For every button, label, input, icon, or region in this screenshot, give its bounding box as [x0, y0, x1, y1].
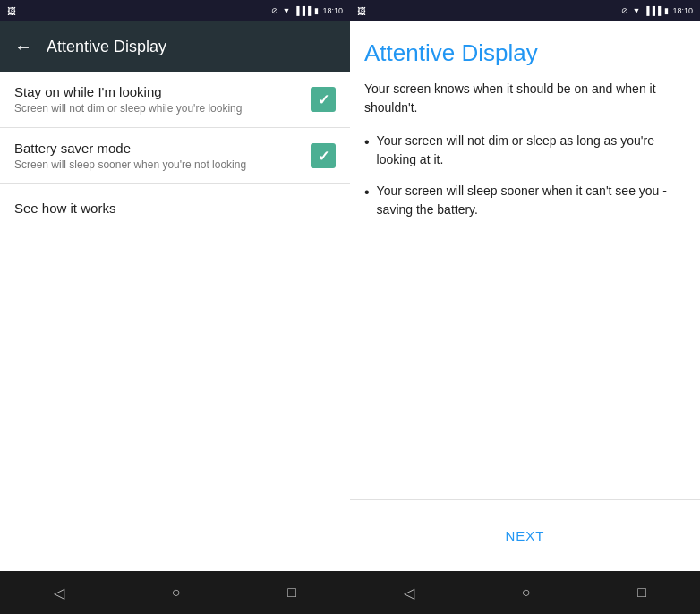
stay-on-text: Stay on while I'm looking Screen will no… [14, 84, 242, 115]
bullet-dot-2: • [364, 182, 370, 219]
home-nav-left[interactable]: ○ [172, 584, 181, 601]
battery-saver-checkbox[interactable] [311, 143, 336, 168]
home-nav-right[interactable]: ○ [522, 584, 531, 601]
bullet-item-2: • Your screen will sleep sooner when it … [364, 182, 686, 219]
stay-on-item[interactable]: Stay on while I'm looking Screen will no… [0, 72, 350, 128]
signal-icon: ▐▐▐ [294, 6, 311, 15]
stay-on-checkbox[interactable] [311, 87, 336, 112]
back-nav-right[interactable]: ◁ [404, 584, 414, 601]
wifi-icon-right: ▼ [632, 6, 640, 15]
no-disturb-icon-right: ⊘ [621, 6, 628, 15]
right-content: Attentive Display Your screen knows when… [350, 21, 700, 499]
image-icon-left: 🖼 [7, 6, 16, 16]
toolbar-title: Attentive Display [47, 38, 166, 56]
wifi-icon: ▼ [282, 6, 290, 15]
battery-saver-title: Battery saver mode [14, 141, 246, 156]
next-button[interactable]: NEXT [505, 528, 544, 543]
right-footer: NEXT [350, 499, 700, 571]
status-time-left: 18:10 [322, 6, 343, 15]
no-disturb-icon: ⊘ [271, 6, 278, 15]
stay-on-subtitle: Screen will not dim or sleep while you'r… [14, 102, 242, 115]
see-how-link[interactable]: See how it works [0, 184, 350, 232]
left-panel: 🖼 ⊘ ▼ ▐▐▐ ▮ 18:10 ← Attentive Display St… [0, 0, 350, 614]
status-icons-right-group: ⊘ ▼ ▐▐▐ ▮ 18:10 [621, 6, 693, 15]
status-bar-right: 🖼 ⊘ ▼ ▐▐▐ ▮ 18:10 [350, 0, 700, 21]
battery-saver-subtitle: Screen will sleep sooner when you're not… [14, 158, 246, 171]
battery-icon: ▮ [314, 6, 319, 15]
right-title: Attentive Display [364, 39, 686, 67]
stay-on-title: Stay on while I'm looking [14, 84, 242, 99]
image-icon-right: 🖼 [357, 6, 366, 16]
bottom-nav-left: ◁ ○ □ [0, 571, 350, 614]
bullet-text-2: Your screen will sleep sooner when it ca… [377, 182, 686, 219]
bullet-dot-1: • [364, 132, 370, 169]
status-bar-left: 🖼 ⊘ ▼ ▐▐▐ ▮ 18:10 [0, 0, 350, 21]
bullet-text-1: Your screen will not dim or sleep as lon… [377, 132, 686, 169]
right-panel: 🖼 ⊘ ▼ ▐▐▐ ▮ 18:10 Attentive Display Your… [350, 0, 700, 614]
toolbar: ← Attentive Display [0, 21, 350, 72]
battery-icon-right: ▮ [664, 6, 669, 15]
battery-saver-text: Battery saver mode Screen will sleep soo… [14, 141, 246, 171]
back-button[interactable]: ← [14, 37, 32, 57]
battery-saver-item[interactable]: Battery saver mode Screen will sleep soo… [0, 128, 350, 184]
recent-nav-left[interactable]: □ [287, 584, 296, 601]
stay-on-checkbox-checked [311, 87, 336, 112]
bullet-item-1: • Your screen will not dim or sleep as l… [364, 132, 686, 169]
bottom-nav-right: ◁ ○ □ [350, 571, 700, 614]
right-description: Your screen knows when it should be on a… [364, 80, 686, 117]
signal-icon-right: ▐▐▐ [644, 6, 661, 15]
status-icons-left-right: ⊘ ▼ ▐▐▐ ▮ 18:10 [271, 6, 343, 15]
back-nav-left[interactable]: ◁ [54, 584, 64, 601]
settings-list: Stay on while I'm looking Screen will no… [0, 72, 350, 571]
recent-nav-right[interactable]: □ [637, 584, 646, 601]
status-time-right: 18:10 [672, 6, 693, 15]
battery-saver-checkbox-checked [311, 143, 336, 168]
